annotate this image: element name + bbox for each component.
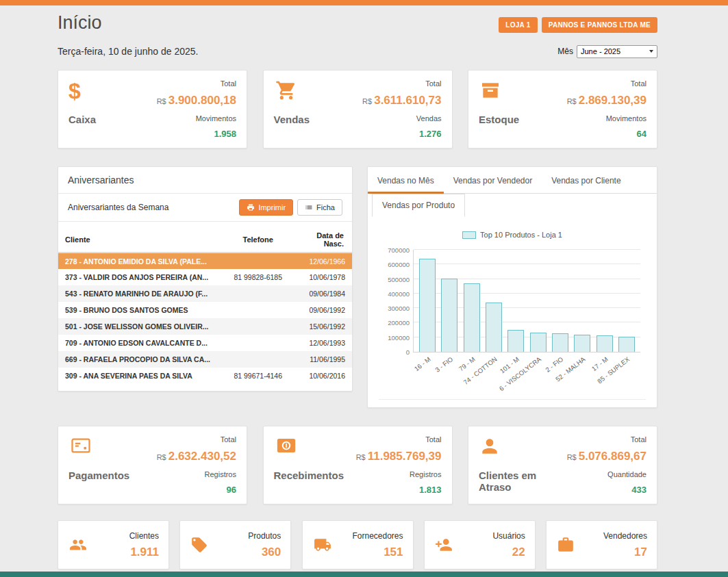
- cell-cliente: 501 - JOSE WELISSON GOMES OLIVEIR...: [58, 318, 223, 335]
- footer-bar: [0, 572, 728, 577]
- page-header: Início LOJA 1 PANNOS E PANNOS LTDA ME: [58, 12, 657, 38]
- birthday-row[interactable]: 539 - BRUNO DOS SANTOS GOMES09/06/1992: [58, 302, 352, 318]
- birthday-row[interactable]: 278 - ANTONIO EMIDIO DA SILVA (PALE...12…: [58, 253, 352, 269]
- chart-plot: 16 - M3 - FIO79 - M74 - COTTON101 - M6 -…: [413, 250, 640, 352]
- stat-card-estoque: Estoque Total R$2.869.130,39 Movimentos …: [468, 70, 657, 149]
- briefcase-icon: [556, 536, 575, 554]
- total-value: R$3.900.800,18: [157, 94, 236, 107]
- top-accent-bar: [0, 0, 728, 5]
- legend-swatch: [462, 231, 476, 239]
- bar-slot: 2 - FIO: [549, 250, 571, 352]
- sub-label: Registros: [410, 470, 441, 478]
- total-label: Total: [221, 435, 236, 444]
- birthday-row[interactable]: 669 - RAFAELA PROCOPIO DA SILVA CA...11/…: [58, 351, 352, 368]
- cell-data: 09/06/1984: [293, 285, 352, 302]
- bar-slot: 74 - COTTON: [483, 250, 505, 352]
- sales-tabs: Vendas no Mês Vendas por Vendedor Vendas…: [368, 167, 657, 194]
- ficha-button[interactable]: Ficha: [297, 199, 342, 216]
- month-label: Mês: [557, 47, 573, 56]
- mini-card-value: 22: [512, 546, 525, 559]
- print-button[interactable]: Imprimir: [239, 199, 293, 216]
- cell-data: 12/06/1966: [293, 253, 352, 269]
- mini-card-value: 17: [634, 546, 647, 559]
- chart-bar: [530, 333, 547, 352]
- store-button[interactable]: LOJA 1: [499, 17, 537, 33]
- cell-cliente: 709 - ANTONIO EDSON CAVALCANTE D...: [58, 335, 223, 351]
- mini-cards-row: Clientes 1.911 Produtos 360 Fornecedores…: [58, 520, 657, 569]
- mini-card-label: Fornecedores: [352, 531, 403, 541]
- birthday-row[interactable]: 309 - ANA SEVERINA PAES DA SILVA81 99671…: [58, 368, 352, 384]
- sub-label: Quantidade: [607, 470, 647, 478]
- cell-telefone: [223, 253, 293, 269]
- cell-telefone: [223, 351, 293, 368]
- stat-card-label: Clientes em Atraso: [479, 470, 567, 493]
- mini-card-vendedores[interactable]: Vendedores 17: [546, 520, 657, 569]
- mini-card-clientes[interactable]: Clientes 1.911: [58, 520, 169, 569]
- cell-data: 10/06/1978: [293, 269, 352, 285]
- birthdays-toolbar: Aniversariantes da Semana Imprimir Ficha: [58, 194, 352, 222]
- tab-vendas-por-cliente[interactable]: Vendas por Cliente: [542, 170, 630, 193]
- cell-telefone: [223, 285, 293, 302]
- birthday-row[interactable]: 543 - RENATO MARINHO DE ARAUJO (F...09/0…: [58, 285, 352, 302]
- user-plus-icon: [434, 536, 453, 554]
- y-axis-tick: 200000: [379, 319, 410, 326]
- mini-card-value: 1.911: [130, 546, 159, 559]
- mini-card-produtos[interactable]: Produtos 360: [179, 520, 291, 569]
- col-header-cliente: Cliente: [58, 227, 223, 253]
- cell-telefone: 81 99828-6185: [223, 269, 293, 285]
- month-select-value: June - 2025: [581, 47, 620, 55]
- cell-cliente: 539 - BRUNO DOS SANTOS GOMES: [58, 302, 223, 318]
- col-header-data-nasc: Data de Nasc.: [293, 227, 352, 253]
- list-icon: [305, 203, 313, 211]
- birthday-row[interactable]: 709 - ANTONIO EDSON CAVALCANTE D...12/06…: [58, 335, 352, 351]
- stat-card-recebimentos: Recebimentos Total R$11.985.769,39 Regis…: [263, 426, 453, 504]
- birthdays-subtitle: Aniversariantes da Semana: [68, 203, 168, 212]
- y-axis-tick: 100000: [379, 333, 410, 341]
- person-icon: [479, 435, 567, 463]
- birthday-row[interactable]: 373 - VALDIR DOS ANJOS PEREIRA (AN...81 …: [58, 269, 352, 285]
- cell-data: 09/06/1992: [293, 302, 352, 318]
- chart-bar: [574, 335, 590, 352]
- mini-card-label: Usuários: [492, 531, 525, 541]
- sub-value: 1.958: [214, 129, 236, 139]
- chevron-down-icon: [649, 50, 653, 53]
- truck-icon: [312, 536, 333, 554]
- mini-card-label: Vendedores: [603, 531, 647, 541]
- mini-card-label: Clientes: [129, 531, 159, 541]
- tab-vendas-por-produto[interactable]: Vendas por Produto: [372, 194, 465, 217]
- tab-vendas-no-mes[interactable]: Vendas no Mês: [368, 170, 444, 194]
- stat-card-pagamentos: Pagamentos Total R$2.632.430,52 Registro…: [58, 426, 247, 504]
- header-buttons: LOJA 1 PANNOS E PANNOS LTDA ME: [499, 17, 657, 33]
- mini-card-fornecedores[interactable]: Fornecedores 151: [302, 520, 414, 569]
- mini-card-usuarios[interactable]: Usuários 22: [424, 520, 536, 569]
- tab-vendas-por-vendedor[interactable]: Vendas por Vendedor: [444, 170, 542, 193]
- cell-data: 10/06/2016: [293, 368, 352, 384]
- chart-divider: [379, 399, 646, 407]
- birthday-row[interactable]: 501 - JOSE WELISSON GOMES OLIVEIR...15/0…: [58, 318, 352, 335]
- stat-card-label: Estoque: [479, 114, 519, 125]
- birthdays-panel: Aniversariantes Aniversariantes da Seman…: [58, 166, 353, 392]
- month-select[interactable]: June - 2025: [577, 45, 657, 58]
- cell-cliente: 278 - ANTONIO EMIDIO DA SILVA (PALE...: [58, 253, 223, 269]
- stat-cards-mid: Pagamentos Total R$2.632.430,52 Registro…: [58, 426, 657, 504]
- money-icon: [274, 435, 344, 463]
- y-axis-tick: 400000: [379, 290, 410, 297]
- chart-bar: [486, 303, 502, 352]
- total-value: R$11.985.769,39: [356, 450, 442, 463]
- sub-label: Vendas: [416, 114, 442, 123]
- people-icon: [68, 536, 88, 554]
- chart-bar: [618, 337, 635, 352]
- chart-bar: [552, 333, 568, 352]
- chart-legend: Top 10 Produtos - Loja 1: [377, 231, 647, 239]
- cart-icon: [274, 79, 310, 107]
- stat-card-label: Recebimentos: [274, 470, 344, 481]
- x-axis-label: 3 - FIO: [434, 355, 454, 374]
- bar-slot: 3 - FIO: [438, 250, 460, 352]
- company-button[interactable]: PANNOS E PANNOS LTDA ME: [542, 17, 657, 33]
- y-axis-tick: 700000: [379, 246, 410, 254]
- birthdays-title: Aniversariantes: [58, 167, 352, 194]
- current-date: Terça-feira, 10 de junho de 2025.: [58, 46, 198, 57]
- chart-bar: [441, 279, 457, 352]
- mini-card-value: 151: [384, 546, 403, 559]
- sub-label: Movimentos: [606, 114, 647, 123]
